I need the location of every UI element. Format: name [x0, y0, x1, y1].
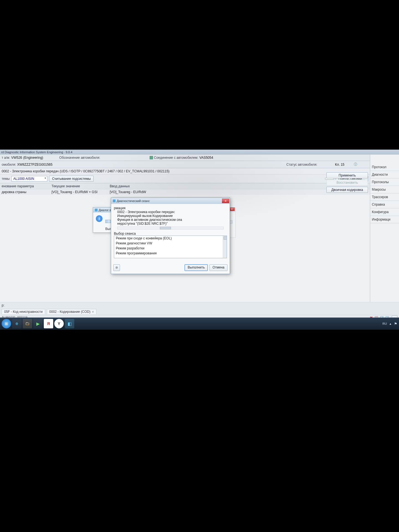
- footer-tab-label: 05F - Код неисправности: [4, 310, 43, 314]
- taskbar-media-icon[interactable]: ▶: [33, 319, 43, 328]
- ghost-close-icon[interactable]: ✕: [229, 208, 235, 211]
- dialog-settings-icon[interactable]: ✲: [113, 264, 120, 271]
- listbox-scrollbar[interactable]: [223, 236, 227, 258]
- sidebar-tab[interactable]: Справка: [370, 201, 399, 208]
- taskbar-ie-icon[interactable]: e: [12, 319, 22, 328]
- dialog-info-header: рмация: [114, 206, 227, 210]
- footer-tab[interactable]: 05F - Код неисправности: [2, 309, 45, 314]
- session-option[interactable]: Режим программирования: [114, 251, 227, 256]
- vehicle-status-value: Кл. 15: [335, 163, 344, 167]
- dialog-info-line: 0002 - Электроника коробки передач:: [117, 210, 227, 214]
- taskbar-yandex-browser-icon[interactable]: Y: [54, 319, 64, 328]
- connection-label: Соединение с автомобилем:: [154, 156, 198, 160]
- info-scrollbar[interactable]: [117, 227, 224, 229]
- sidebar-tab[interactable]: Диагности: [370, 171, 399, 178]
- taskbar-app-icon[interactable]: ◧: [65, 319, 74, 328]
- tray-show-hidden-icon[interactable]: ▲: [389, 322, 392, 325]
- footer-label: р:: [2, 303, 397, 308]
- cancel-button[interactable]: Отмена: [209, 264, 227, 271]
- system-label: темы: [2, 177, 10, 181]
- tray-lang[interactable]: RU: [382, 322, 387, 325]
- session-listbox[interactable]: Режим при сходе с конвейера (EOL) Режим …: [114, 236, 227, 258]
- app-icon: [95, 209, 98, 211]
- session-option[interactable]: Режим при сходе с конвейера (EOL): [114, 236, 227, 241]
- read-subsystem-button[interactable]: Считывание подсистемы: [49, 176, 94, 182]
- vehicle-type-value: VW526: [11, 156, 22, 160]
- session-option[interactable]: Режим диагностики VW: [114, 241, 227, 246]
- th-param-name: енование параметра: [2, 184, 52, 188]
- apply-button[interactable]: Применить: [326, 172, 368, 178]
- start-button[interactable]: ⊞: [2, 319, 11, 328]
- diagnostic-session-dialog: Диагностический сеанс ✕ рмация 0002 - Эл…: [111, 198, 230, 274]
- titlebar-text: rd Diagnostic Information System Enginee…: [1, 150, 72, 154]
- taskbar: ⊞ e 🗀 ▶ Я Y ◧ RU ▲ ⚑: [0, 318, 399, 330]
- sidebar-tab[interactable]: Протоколы: [370, 178, 399, 186]
- header-row-1: т а/м: VW526 (Engineering) Обозначение а…: [0, 155, 370, 161]
- sidebar-tab[interactable]: Протокол: [370, 163, 399, 171]
- binary-coding-button[interactable]: Двоичная кодировка: [326, 187, 368, 193]
- vin-value: XW8ZZZ7PZEG001565: [17, 163, 52, 167]
- th-current-value: Текущее значение: [52, 184, 110, 188]
- dialog-info-line: Функция в активном диагностическом сеа: [117, 218, 227, 222]
- dialog-title-text: Диагностический сеанс: [117, 199, 150, 203]
- close-tab-icon[interactable]: ✕: [92, 310, 94, 313]
- info-icon[interactable]: ⓘ: [354, 162, 357, 167]
- restore-button: Восстановить: [326, 180, 368, 186]
- content-area: т а/м: VW526 (Engineering) Обозначение а…: [0, 155, 370, 311]
- vehicle-status-label: Статус автомобиля:: [287, 163, 317, 167]
- module-identifier: 0002 - Электроника коробки передач (UDS …: [0, 168, 370, 175]
- taskbar-explorer-icon[interactable]: 🗀: [23, 319, 32, 328]
- dialog-close-icon[interactable]: ✕: [222, 199, 229, 203]
- vehicle-type-label: т а/м:: [2, 156, 10, 160]
- footer-tab-label: 0002 - Кодирование (COD): [49, 310, 91, 314]
- right-sidebar: Протокол Диагности Протоколы Макросы Тра…: [370, 155, 399, 310]
- table-row[interactable]: дировка страны [VO]_Touareg - EU/RdW + G…: [0, 189, 370, 195]
- cell-param-name: дировка страны: [2, 190, 52, 194]
- connection-icon: [150, 156, 153, 159]
- workspace: — ☐ ✕ Диалог вып i Выполняе: [0, 195, 370, 311]
- sidebar-tab[interactable]: Трассиров: [370, 193, 399, 201]
- window-titlebar: rd Diagnostic Information System Enginee…: [0, 150, 399, 155]
- system-tray: RU ▲ ⚑: [382, 322, 397, 326]
- cell-current-value: [VO]_Touareg - EU/RdW + GSI: [52, 190, 110, 194]
- engineering-tag: (Engineering): [23, 156, 43, 160]
- execute-button[interactable]: Выполнить: [185, 264, 208, 271]
- session-option[interactable]: Режим разработки: [114, 246, 227, 251]
- sidebar-tab[interactable]: Макросы: [370, 186, 399, 193]
- vehicle-desc-label: Обозначение автомобиля:: [59, 156, 100, 160]
- sidebar-tab[interactable]: Конфигура: [370, 208, 399, 216]
- tray-flag-icon[interactable]: ⚑: [394, 322, 397, 326]
- dialog-info-line: Инициирующий вызов:Кодирование: [117, 214, 227, 218]
- params-table-header: енование параметра Текущее значение Ввод…: [0, 183, 370, 189]
- action-buttons: Применить Восстановить Двоичная кодировк…: [326, 172, 368, 193]
- app-window: rd Diagnostic Information System Enginee…: [0, 150, 399, 330]
- connection-value: VAS5054: [200, 156, 213, 160]
- footer-tab[interactable]: 0002 - Кодирование (COD) ✕: [47, 309, 96, 314]
- vin-label: омобиля:: [2, 163, 16, 167]
- taskbar-yandex-icon[interactable]: Я: [44, 319, 53, 328]
- dialog-info-line: недоступна "(SID:$2E NRC:$7F)": [117, 222, 227, 226]
- system-combo[interactable]: AL1000 AISIN: [11, 176, 47, 181]
- sidebar-tab[interactable]: Информаци: [370, 216, 399, 223]
- session-select-label: Выбор сеанса: [114, 232, 227, 236]
- footer: р: 05F - Код неисправности 0002 - Кодиро…: [0, 302, 399, 318]
- app-icon: [113, 200, 116, 202]
- info-icon: i: [96, 215, 103, 222]
- header-row-2: омобиля: XW8ZZZ7PZEG001565 Статус автомо…: [0, 161, 370, 168]
- toolbar: темы AL1000 AISIN Считывание подсистемы …: [0, 175, 370, 183]
